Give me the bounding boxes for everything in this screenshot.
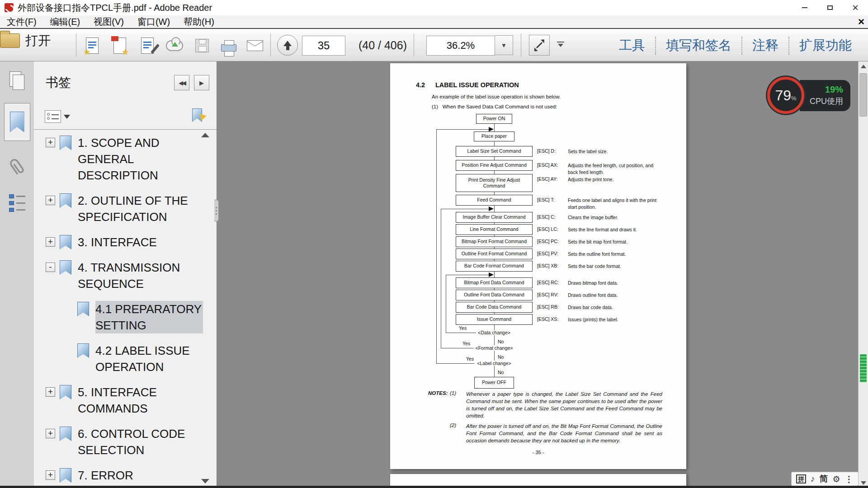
- music-note-icon[interactable]: ♪: [811, 474, 815, 484]
- toolbar-tab-1[interactable]: 工具: [609, 37, 655, 55]
- zoom-dropdown-button[interactable]: ▼: [495, 35, 513, 55]
- flow-box: Issue Command: [456, 314, 533, 325]
- pinyin-icon[interactable]: 拼: [796, 474, 806, 483]
- menu-item[interactable]: 视图(V): [87, 15, 131, 28]
- bookmark-item[interactable]: -4. TRANSMISSION SEQUENCE: [34, 255, 217, 296]
- scroll-up-icon[interactable]: [201, 133, 209, 137]
- page-count-label: (40 / 406): [359, 39, 407, 52]
- page-up-button[interactable]: [277, 35, 298, 56]
- bookmark-item[interactable]: 4.2 LABEL ISSUE OPERATION: [34, 338, 217, 380]
- flow-box: Position Fine Adjust Command: [456, 160, 533, 171]
- esc-code: [ESC] RB:: [537, 304, 559, 310]
- esc-code: [ESC] XS:: [537, 316, 558, 322]
- email-button[interactable]: [245, 34, 265, 57]
- zoom-input[interactable]: [426, 36, 495, 56]
- toolbar-tab-3[interactable]: 注释: [742, 37, 788, 55]
- esc-code: [ESC] T:: [537, 197, 554, 202]
- bookmark-expander[interactable]: +: [46, 237, 55, 247]
- notes-label: NOTES:: [428, 390, 448, 396]
- save-button[interactable]: [192, 34, 212, 57]
- bookmark-expander[interactable]: +: [46, 196, 55, 205]
- toolbar-tabs: 工具填写和签名注释扩展功能: [609, 35, 862, 56]
- esc-description: Clears the image buffer.: [568, 214, 665, 221]
- options-dropdown-icon[interactable]: [64, 115, 70, 119]
- menu-item[interactable]: 帮助(H): [177, 15, 221, 28]
- bookmarks-panel-button[interactable]: [4, 103, 30, 141]
- esc-code: [ESC] D:: [537, 148, 556, 154]
- page-thumbnails-icon[interactable]: [9, 71, 25, 90]
- bookmark-item[interactable]: +7. ERROR: [34, 463, 217, 488]
- minimize-button[interactable]: [792, 0, 817, 15]
- fit-window-button[interactable]: [529, 35, 550, 56]
- menu-item[interactable]: 文件(F): [0, 15, 43, 28]
- flow-box: Bar Code Format Command: [456, 261, 533, 272]
- minimize-icon: [802, 7, 807, 8]
- settings-icon[interactable]: ⚙: [833, 474, 840, 484]
- forward-button[interactable]: ▶: [194, 75, 209, 90]
- bookmark-expander[interactable]: -: [46, 263, 55, 272]
- flow-line: [446, 275, 490, 275]
- send-file-button[interactable]: [82, 34, 102, 57]
- cloud-upload-button[interactable]: [165, 34, 184, 57]
- bookmark-item[interactable]: +1. SCOPE AND GENERAL DESCRIPTION: [34, 130, 217, 188]
- open-button[interactable]: 打开: [0, 29, 68, 52]
- bookmark-icon: [60, 193, 71, 208]
- note-number: (1): [450, 390, 466, 419]
- menu-item[interactable]: 窗口(W): [131, 15, 177, 28]
- sign-button[interactable]: [137, 34, 157, 57]
- bookmark-item[interactable]: +3. INTERFACE: [34, 230, 217, 255]
- title-bar: 外部设备接口指令TPCL手册.pdf - Adobe Reader ×: [0, 0, 868, 15]
- toolbar-more-button[interactable]: [556, 42, 565, 47]
- panel-resize-handle[interactable]: [214, 200, 219, 221]
- menu-item[interactable]: 编辑(E): [43, 15, 87, 28]
- bookmark-icon: [60, 385, 71, 399]
- scrollbar-up-button[interactable]: [859, 61, 868, 71]
- close-document-icon[interactable]: ×: [858, 15, 864, 28]
- bookmark-item[interactable]: +6. CONTROL CODE SELECTION: [34, 421, 217, 463]
- bookmark-item[interactable]: +5. INTERFACE COMMANDS: [34, 380, 217, 421]
- toolbar-tab-4[interactable]: 扩展功能: [789, 37, 862, 55]
- print-icon: [221, 44, 236, 52]
- bookmark-expander[interactable]: +: [46, 429, 55, 438]
- bookmark-item[interactable]: 4.1 PREPARATORY SETTING: [34, 296, 217, 338]
- bookmark-expander[interactable]: +: [46, 387, 55, 397]
- scrollbar-thumb[interactable]: [859, 73, 867, 117]
- bookmark-item[interactable]: +2. OUTLINE OF THE SPECIFICATION: [34, 188, 217, 230]
- esc-description: Issues (prints) the label.: [568, 316, 665, 323]
- bookmark-expander[interactable]: +: [46, 470, 55, 480]
- more-icon[interactable]: ⋮: [845, 474, 854, 484]
- cpu-gauge-widget[interactable]: 79 % 19% CPU使用: [767, 75, 850, 116]
- bookmark-label: 1. SCOPE AND GENERAL DESCRIPTION: [78, 135, 203, 183]
- close-button[interactable]: ×: [843, 0, 868, 15]
- attachments-button[interactable]: [7, 156, 27, 182]
- bookmark-label: 4.2 LABEL ISSUE OPERATION: [95, 343, 203, 375]
- decision-label: <Label change>: [475, 361, 513, 366]
- flow-line: [436, 129, 437, 363]
- bookmark-label: 4. TRANSMISSION SEQUENCE: [78, 259, 203, 292]
- collapse-panel-button[interactable]: ◀◀: [174, 75, 189, 90]
- note-item: (2)After the power is turned off and on,…: [450, 422, 662, 444]
- print-button[interactable]: [219, 34, 239, 57]
- flow-box: Line Format Command: [456, 224, 533, 235]
- scroll-down-icon[interactable]: [201, 479, 209, 483]
- page-number-input[interactable]: [302, 36, 345, 56]
- toolbar-more-icon: [557, 42, 564, 42]
- maximize-icon: [827, 5, 833, 10]
- flow-line: [446, 275, 446, 333]
- bookmarks-panel-header: 书签 ◀◀ ▶: [34, 61, 217, 104]
- simplified-chinese-icon[interactable]: 简: [820, 473, 828, 485]
- maximize-button[interactable]: [817, 0, 843, 15]
- flow-arrowhead: [489, 272, 494, 277]
- esc-code: [ESC] XB:: [537, 263, 558, 268]
- export-bookmark-button[interactable]: [192, 108, 206, 125]
- esc-code: [ESC] LC:: [537, 226, 558, 232]
- document-scrollbar[interactable]: [858, 61, 868, 488]
- esc-description: Draws outline font data.: [568, 292, 665, 299]
- bookmark-expander[interactable]: +: [46, 138, 55, 147]
- toolbar-tab-2[interactable]: 填写和签名: [656, 37, 741, 55]
- bookmark-icon: [60, 136, 71, 150]
- model-tree-button[interactable]: [9, 194, 25, 212]
- create-pdf-button[interactable]: [110, 34, 130, 57]
- cpu-usage-value: 19%: [825, 84, 843, 95]
- bookmark-options-icon[interactable]: [45, 110, 61, 123]
